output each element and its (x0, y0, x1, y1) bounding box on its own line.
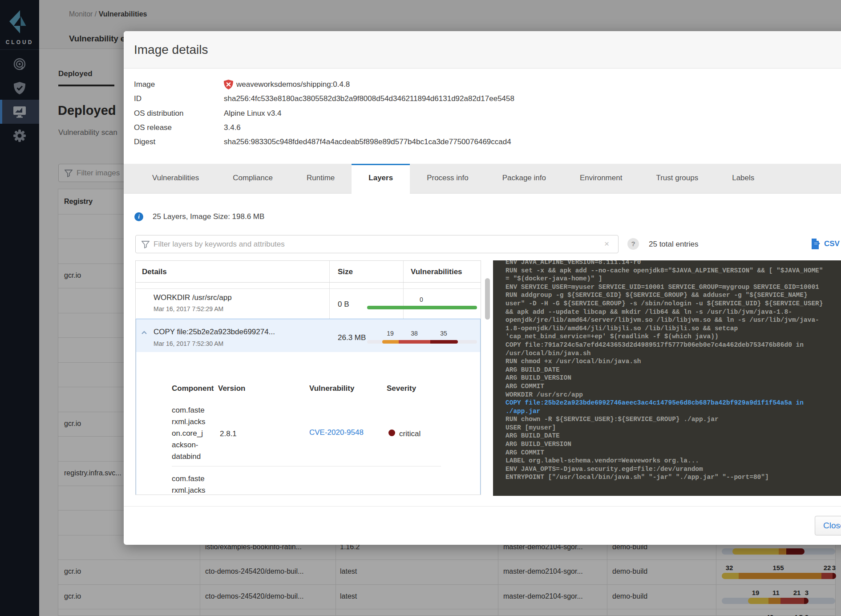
field-label-digest: Digest (134, 138, 155, 146)
close-button[interactable]: Close (815, 516, 841, 535)
column-header-severity: Severity (387, 384, 416, 393)
layer-size: 0 B (338, 300, 349, 309)
component-name-line: databind (172, 451, 206, 462)
modal-tab-process-info[interactable]: Process info (410, 164, 485, 194)
dockerfile-line: RUN chown -R ${SERVICE_USER}:${SERVICE_G… (505, 416, 719, 423)
component-name-line: com.faste (172, 473, 206, 485)
dockerfile-line: = "$(docker-java-home)" ] (505, 275, 602, 282)
component-name-line: rxml.jacks (172, 416, 206, 428)
vulnerability-bar-ok (367, 306, 477, 309)
field-value-os-release: 3.4.6 (224, 123, 241, 132)
component-name-line: on.core_j (172, 428, 206, 439)
layers-summary: 25 Layers, Image Size: 198.6 MB (153, 212, 264, 221)
dockerfile-line: 1.8-openjdk/lib/amd64/jli/libjli.so /lib… (505, 325, 738, 332)
component-name-partial: com.fasterxml.jacks (172, 473, 206, 495)
component-version: 2.8.1 (220, 428, 237, 440)
scrollbar-thumb[interactable] (485, 278, 490, 320)
dockerfile-line: ARG BUILD_VERSION (505, 374, 571, 381)
dockerfile-line: ENTRYPOINT ["/usr/local/bin/java.sh" "-j… (505, 474, 769, 481)
component-name: com.fasterxml.jackson.core_jackson-datab… (172, 405, 206, 462)
dockerfile-line: COPY file:791a724c5a7efd4243653d2d498951… (505, 341, 804, 349)
column-header-size[interactable]: Size (338, 267, 353, 276)
column-header-details[interactable]: Details (142, 267, 167, 276)
dockerfile-line: RUN set -x && apk add --no-cache openjdk… (505, 267, 823, 274)
clear-filter-icon[interactable]: × (604, 239, 609, 249)
dockerfile-line: openjdk/jre/lib/amd64/server/libjvm.so /… (505, 316, 819, 324)
dockerfile-line: WORKDIR /usr/src/app (505, 391, 583, 398)
csv-label: CSV (824, 239, 840, 248)
layer-date: Mar 16, 2017 7:52:29 AM (154, 305, 223, 312)
modal-tab-trust-groups[interactable]: Trust groups (639, 164, 715, 194)
dockerfile-line: RUN addgroup -g ${SERVICE_GID} ${SERVICE… (505, 292, 808, 299)
modal-title: Image details (134, 43, 208, 57)
modal-footer: Close (124, 506, 841, 545)
column-header-vulnerability: Vulnerability (309, 384, 354, 393)
csv-export-icon (811, 238, 821, 250)
dockerfile-line: ENV SERVICE_USER=myuser SERVICE_UID=1000… (505, 284, 819, 291)
dockerfile-line: 'cap_net_bind_service=+ep' $(readlink -f… (505, 333, 719, 340)
shield-x-icon (224, 80, 233, 89)
field-value-image: weaveworksdemos/shipping:0.4.8 (236, 80, 350, 89)
dockerfile-line: ARG COMMIT (505, 449, 544, 456)
severity-dot-critical (388, 430, 395, 436)
dockerfile-line-highlighted: ./app.jar (505, 408, 540, 415)
field-value-os-distribution: Alpine Linux v3.4 (224, 109, 281, 118)
image-details-modal: Image details Image weaveworksdemos/ship… (124, 31, 841, 545)
modal-tabs: VulnerabilitiesComplianceRuntimeLayersPr… (124, 164, 841, 194)
dockerfile-line: ENV JAVA_ALPINE_VERSION=8.111.14-r0 (505, 260, 641, 266)
row-divider (136, 288, 481, 289)
column-header-version: Version (218, 384, 245, 393)
filter-layers-input[interactable]: Filter layers by keywords and attributes… (135, 235, 619, 253)
column-header-vulnerabilities[interactable]: Vulnerabilities (411, 267, 462, 276)
modal-tab-layers[interactable]: Layers (352, 164, 410, 194)
dockerfile-line: user" -D -H -G ${SERVICE_GROUP} -s /sbin… (505, 300, 823, 307)
dockerfile-line: ARG BUILD_DATE (505, 366, 560, 373)
field-label-image: Image (134, 80, 155, 89)
cve-link[interactable]: CVE-2020-9548 (309, 428, 364, 437)
modal-tab-environment[interactable]: Environment (563, 164, 639, 194)
dockerfile-commands: ENV JAVA_ALPINE_VERSION=8.111.14-r0 RUN … (505, 260, 841, 482)
dockerfile-line-highlighted: COPY file:25b2e2a923bde6992746aeec3ac4c1… (505, 399, 804, 406)
dockerfile-line: && apk add --update libcap && mkdir /lib… (505, 308, 792, 316)
modal-header: Image details (124, 31, 841, 69)
dockerfile-line: ARG BUILD_DATE (505, 432, 560, 439)
field-label-id: ID (134, 94, 142, 103)
layers-table: Details Size Vulnerabilities WORKDIR /us… (135, 260, 481, 495)
component-name-line: rxml.jacks (172, 485, 206, 495)
field-label-os-release: OS release (134, 123, 172, 132)
funnel-icon (142, 240, 150, 248)
modal-tab-package-info[interactable]: Package info (485, 164, 563, 194)
dockerfile-line: USER [myuser] (505, 424, 556, 431)
bar-label: 0 (420, 296, 423, 303)
column-header-component: Component (172, 384, 214, 393)
component-name-line: com.faste (172, 405, 206, 416)
field-value-id: sha256:4fc533e8180ac3805582d3b2a9f8008d5… (224, 94, 514, 103)
severity-label: critical (399, 428, 420, 440)
help-icon[interactable]: ? (627, 238, 639, 250)
row-divider (172, 466, 441, 466)
field-label-os-distribution: OS distribution (134, 109, 184, 118)
modal-tab-compliance[interactable]: Compliance (216, 164, 290, 194)
modal-tab-labels[interactable]: Labels (715, 164, 771, 194)
dockerfile-terminal: ENV JAVA_ALPINE_VERSION=8.111.14-r0 RUN … (493, 260, 841, 496)
dockerfile-line: ARG COMMIT (505, 383, 544, 390)
total-entries: 25 total entries (649, 240, 699, 249)
dockerfile-line: RUN chmod +x /usr/local/bin/java.sh (505, 358, 641, 365)
filter-layers-placeholder: Filter layers by keywords and attributes (154, 240, 285, 249)
component-name-line: ackson- (172, 439, 206, 451)
dockerfile-line: LABEL org.label-schema.vendor=Weaveworks… (505, 457, 699, 464)
dockerfile-line: ENV JAVA_OPTS=-Djava.security.egd=file:/… (505, 466, 703, 473)
info-icon: i (134, 212, 143, 221)
field-value-digest: sha256:983305c948fded487f4a4acdeab5f898e… (224, 138, 511, 146)
modal-tab-vulnerabilities[interactable]: Vulnerabilities (135, 164, 216, 194)
layer-title: WORKDIR /usr/src/app (154, 293, 232, 302)
modal-tab-runtime[interactable]: Runtime (290, 164, 352, 194)
dockerfile-line: ARG BUILD_VERSION (505, 441, 571, 448)
dockerfile-line: /usr/local/bin/java.sh (505, 350, 590, 357)
header-divider (136, 282, 481, 283)
